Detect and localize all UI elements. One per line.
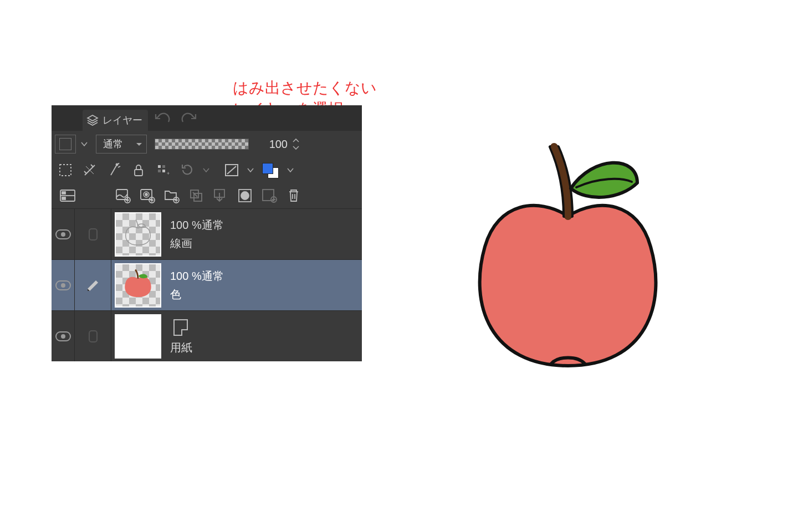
- transfer-down-icon[interactable]: [186, 186, 207, 205]
- svg-rect-13: [62, 197, 65, 200]
- mask-icon[interactable]: [221, 161, 242, 180]
- panel-header: レイヤー: [52, 105, 362, 131]
- refresh-icon[interactable]: [177, 161, 198, 180]
- layers-icon: [86, 114, 99, 127]
- svg-rect-4: [158, 165, 161, 168]
- eye-icon: [55, 331, 71, 341]
- layer-name: 線画: [170, 236, 362, 251]
- visibility-toggle[interactable]: [52, 209, 75, 259]
- blend-row: 通常 100: [52, 131, 362, 157]
- mask-caret[interactable]: [245, 161, 255, 180]
- svg-point-18: [145, 193, 147, 196]
- svg-rect-29: [89, 331, 97, 342]
- pencil-icon: [85, 277, 101, 294]
- svg-rect-3: [135, 170, 142, 176]
- icon-row-1: +: [52, 157, 362, 183]
- layer-thumbnail[interactable]: [115, 263, 161, 308]
- undo-icon[interactable]: [150, 109, 175, 127]
- thumb-col: [111, 209, 165, 259]
- edit-indicator[interactable]: [75, 311, 111, 361]
- thumb-col: [111, 260, 165, 310]
- layer-labels: 100 %通常 色: [165, 260, 362, 310]
- layer-tab[interactable]: レイヤー: [83, 110, 148, 131]
- layer-row-paper[interactable]: 用紙: [52, 310, 362, 361]
- palette-icon[interactable]: [259, 161, 282, 180]
- opacity-slider[interactable]: [155, 139, 249, 150]
- svg-point-25: [241, 192, 249, 200]
- svg-rect-28: [89, 229, 97, 240]
- edit-indicator[interactable]: [75, 260, 111, 310]
- layer-opacity-label: 100 %通常: [170, 269, 362, 284]
- trash-icon[interactable]: [283, 186, 304, 205]
- visibility-toggle[interactable]: [52, 311, 75, 361]
- layer-list: 100 %通常 線画: [52, 208, 362, 361]
- svg-rect-6: [158, 170, 161, 172]
- layer-color-label[interactable]: [55, 135, 76, 154]
- menu-icon[interactable]: [55, 109, 76, 127]
- svg-rect-5: [162, 165, 165, 168]
- layer-labels: 用紙: [165, 311, 362, 361]
- new-layer-icon[interactable]: [112, 186, 134, 205]
- paper-icon: [173, 319, 188, 336]
- thumb-color: [116, 264, 160, 306]
- eye-icon: [55, 280, 71, 290]
- svg-point-2: [116, 164, 118, 166]
- thumb-col: [111, 311, 165, 361]
- opacity-value: 100: [255, 138, 288, 151]
- new-layer-fx-icon[interactable]: [137, 186, 158, 205]
- layer-color-caret[interactable]: [79, 135, 89, 154]
- layer-thumbnail[interactable]: [115, 314, 161, 359]
- two-pane-icon[interactable]: [57, 186, 78, 205]
- select-border-icon[interactable]: [55, 161, 76, 180]
- circle-mask-icon[interactable]: [234, 186, 255, 205]
- layer-name: 色: [170, 287, 362, 302]
- redo-icon[interactable]: [177, 109, 201, 127]
- slot-icon: [88, 329, 99, 344]
- wand-icon[interactable]: [104, 161, 125, 180]
- layer-row-color[interactable]: 100 %通常 色: [52, 259, 362, 310]
- layer-panel: レイヤー 通常 100: [52, 105, 362, 361]
- fx-icon[interactable]: +: [152, 161, 173, 180]
- svg-rect-1: [60, 165, 71, 176]
- new-folder-icon[interactable]: [161, 186, 182, 205]
- lock-icon[interactable]: [128, 161, 149, 180]
- layer-row-lineart[interactable]: 100 %通常 線画: [52, 208, 362, 259]
- layer-opacity-label: 100 %通常: [170, 218, 362, 233]
- merge-icon[interactable]: [210, 186, 231, 205]
- layer-labels: 100 %通常 線画: [165, 209, 362, 259]
- edit-indicator[interactable]: [75, 209, 111, 259]
- ruler-icon[interactable]: [79, 161, 100, 180]
- icon-row-2: [52, 183, 362, 208]
- thumb-lineart: [116, 213, 160, 255]
- blend-mode-select[interactable]: 通常: [96, 135, 147, 154]
- apple-illustration: [438, 116, 698, 382]
- visibility-toggle[interactable]: [52, 260, 75, 310]
- svg-rect-26: [263, 190, 274, 201]
- layer-tab-label: レイヤー: [103, 114, 142, 127]
- layer-name: 用紙: [170, 340, 192, 355]
- palette-caret[interactable]: [285, 161, 295, 180]
- blend-mode-value: 通常: [103, 137, 123, 151]
- svg-rect-7: [162, 170, 165, 172]
- layer-thumbnail[interactable]: [115, 212, 161, 257]
- svg-text:+: +: [167, 171, 170, 176]
- opacity-caret[interactable]: [291, 137, 301, 151]
- eye-icon: [55, 229, 71, 239]
- svg-rect-12: [62, 192, 65, 194]
- add-mask-icon[interactable]: [259, 186, 280, 205]
- slot-icon: [88, 227, 99, 242]
- refresh-caret[interactable]: [201, 161, 211, 180]
